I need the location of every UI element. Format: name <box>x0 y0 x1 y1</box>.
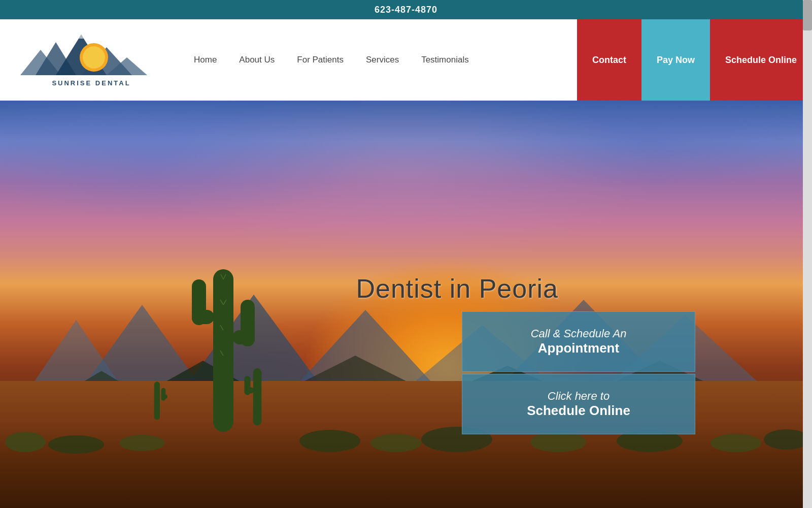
cta1-sub: Call & Schedule An <box>483 327 674 340</box>
cactus-small-left <box>244 340 274 442</box>
nav-area: Home About Us For Patients Services Test… <box>173 19 577 101</box>
svg-rect-45 <box>154 382 160 420</box>
logo-graphic: SUNRISE DENTAL <box>20 29 162 90</box>
top-bar: 623-487-4870 <box>0 0 812 19</box>
svg-marker-7 <box>79 35 84 39</box>
svg-rect-31 <box>213 269 233 432</box>
nav-home[interactable]: Home <box>183 19 228 101</box>
svg-rect-35 <box>241 300 255 346</box>
cactus-small-right <box>147 366 173 442</box>
svg-point-21 <box>5 432 46 452</box>
hero-section: Dentist in Peoria Call & Schedule An App… <box>0 101 812 508</box>
header: SUNRISE DENTAL Home About Us For Patient… <box>0 19 812 101</box>
cta-cards: Call & Schedule An Appointment Click her… <box>462 311 695 434</box>
svg-point-24 <box>299 430 360 452</box>
schedule-button[interactable]: Schedule Online <box>710 19 812 101</box>
scrollbar-thumb[interactable] <box>803 0 812 30</box>
svg-point-6 <box>83 46 105 69</box>
paynow-button[interactable]: Pay Now <box>641 19 710 101</box>
logo-area: SUNRISE DENTAL <box>0 29 173 90</box>
svg-rect-33 <box>192 279 206 325</box>
hero-heading: Dentist in Peoria <box>356 273 558 304</box>
svg-point-25 <box>370 434 421 452</box>
cta-schedule-online[interactable]: Click here to Schedule Online <box>462 374 695 434</box>
nav-testimonials[interactable]: Testimonials <box>410 19 480 101</box>
nav-services[interactable]: Services <box>355 19 410 101</box>
svg-point-22 <box>48 435 104 454</box>
svg-rect-42 <box>253 368 262 426</box>
nav-actions: Contact Pay Now Schedule Online <box>577 19 812 101</box>
contact-button[interactable]: Contact <box>577 19 641 101</box>
svg-point-27 <box>530 432 586 452</box>
cta-call-appointment[interactable]: Call & Schedule An Appointment <box>462 311 695 372</box>
phone-number[interactable]: 623-487-4870 <box>375 5 437 15</box>
cta2-sub: Click here to <box>483 390 674 403</box>
scrollbar[interactable] <box>803 0 812 508</box>
cta1-main: Appointment <box>483 340 674 356</box>
nav-patients[interactable]: For Patients <box>286 19 355 101</box>
svg-rect-44 <box>245 376 251 395</box>
cta2-main: Schedule Online <box>483 403 674 419</box>
svg-point-29 <box>710 434 761 452</box>
svg-text:SUNRISE DENTAL: SUNRISE DENTAL <box>52 79 130 87</box>
nav-about[interactable]: About Us <box>228 19 286 101</box>
svg-rect-47 <box>161 388 166 401</box>
